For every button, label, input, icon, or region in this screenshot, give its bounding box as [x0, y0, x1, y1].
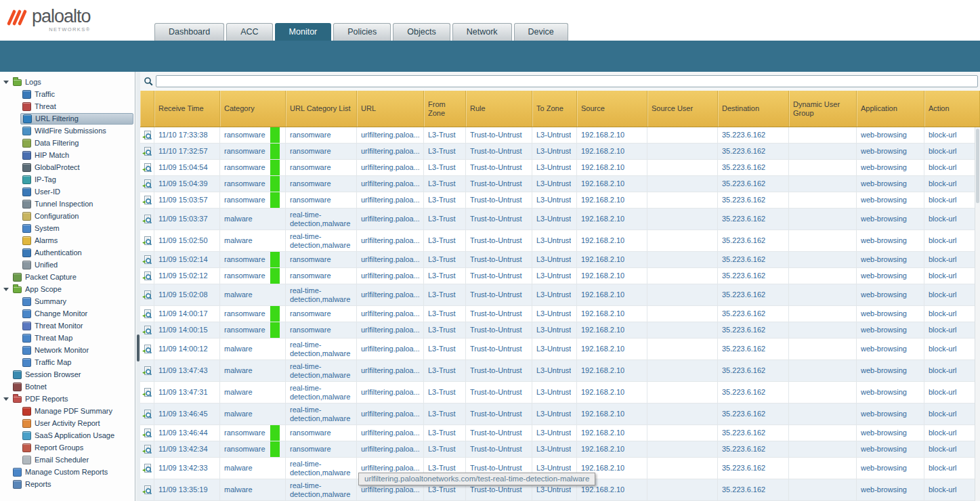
table-row[interactable]: 11/09 14:00:17ransomwareransomwareurlfil…: [140, 306, 980, 322]
sidebar-item-botnet[interactable]: Botnet: [0, 380, 135, 393]
sidebar-item-traffic[interactable]: Traffic: [0, 88, 135, 100]
sidebar-item-manage-pdf-summary[interactable]: Manage PDF Summary: [0, 405, 135, 417]
sidebar-item-globalprotect[interactable]: GlobalProtect: [0, 161, 135, 173]
sidebar-item-configuration[interactable]: Configuration: [0, 210, 135, 222]
log-detail-icon[interactable]: [142, 464, 152, 473]
log-detail-icon[interactable]: [142, 236, 152, 246]
sidebar-item-hip-match[interactable]: HIP Match: [0, 149, 135, 161]
table-row[interactable]: 11/09 15:03:37malwarereal-time-detection…: [140, 209, 980, 230]
log-filter-input[interactable]: [156, 75, 978, 87]
column-header-category[interactable]: Category: [220, 91, 286, 127]
sidebar-item-network-monitor[interactable]: Network Monitor: [0, 344, 135, 356]
sidebar-item-alarms[interactable]: Alarms: [0, 234, 135, 246]
tab-network[interactable]: Network: [452, 23, 512, 41]
sidebar-item-reports[interactable]: Reports: [0, 478, 135, 490]
table-row[interactable]: 11/09 13:46:45malwarereal-time-detection…: [140, 404, 980, 425]
expander-icon[interactable]: [3, 393, 11, 405]
table-row[interactable]: 11/09 15:03:57ransomwareransomwareurlfil…: [140, 192, 980, 209]
log-detail-icon[interactable]: [142, 309, 152, 319]
column-header-application[interactable]: Application: [857, 91, 924, 127]
sidebar-item-app-scope[interactable]: App Scope: [0, 283, 135, 295]
sidebar-item-user-id[interactable]: User-ID: [0, 186, 135, 198]
expander-icon[interactable]: [3, 283, 11, 295]
log-detail-icon[interactable]: [142, 271, 152, 281]
tab-objects[interactable]: Objects: [393, 23, 450, 41]
tab-monitor[interactable]: Monitor: [275, 23, 332, 41]
column-header-action[interactable]: Action: [924, 91, 980, 127]
tab-device[interactable]: Device: [514, 23, 568, 41]
table-row[interactable]: 11/09 13:46:44ransomwareransomwareurlfil…: [140, 425, 980, 441]
log-detail-icon[interactable]: [142, 485, 152, 495]
tab-dashboard[interactable]: Dashboard: [154, 23, 224, 41]
column-header-from_zone[interactable]: From Zone: [424, 91, 466, 127]
sidebar-item-threat[interactable]: Threat: [0, 100, 135, 112]
log-detail-icon[interactable]: [142, 147, 152, 156]
table-row[interactable]: 11/09 15:02:08malwarereal-time-detection…: [140, 284, 980, 306]
log-detail-icon[interactable]: [142, 215, 152, 224]
table-row[interactable]: 11/09 14:00:15ransomwareransomwareurlfil…: [140, 322, 980, 339]
sidebar-item-logs[interactable]: Logs: [0, 76, 135, 88]
table-row[interactable]: 11/09 13:42:34ransomwareransomwareurlfil…: [140, 441, 980, 458]
sidebar-item-session-browser[interactable]: Session Browser: [0, 368, 135, 380]
log-detail-icon[interactable]: [142, 429, 152, 438]
log-detail-icon[interactable]: [142, 196, 152, 205]
column-header-url_category_list[interactable]: URL Category List: [286, 91, 357, 127]
column-header-url[interactable]: URL: [357, 91, 424, 127]
sidebar-item-threat-monitor[interactable]: Threat Monitor: [0, 320, 135, 332]
sidebar-item-tunnel-inspection[interactable]: Tunnel Inspection: [0, 198, 135, 210]
tab-policies[interactable]: Policies: [333, 23, 391, 41]
scrollbar-thumb[interactable]: [976, 129, 979, 203]
log-detail-icon[interactable]: [142, 326, 152, 335]
log-detail-icon[interactable]: [142, 410, 152, 419]
sidebar-item-email-scheduler[interactable]: Email Scheduler: [0, 454, 135, 466]
log-detail-icon[interactable]: [142, 255, 152, 265]
sidebar-item-packet-capture[interactable]: Packet Capture: [0, 271, 135, 283]
column-header-source[interactable]: Source: [577, 91, 647, 127]
column-header-source_user[interactable]: Source User: [647, 91, 718, 127]
vertical-scrollbar[interactable]: [975, 127, 980, 501]
table-row[interactable]: 11/09 15:04:39ransomwareransomwareurlfil…: [140, 176, 980, 192]
sidebar-item-data-filtering[interactable]: Data Filtering: [0, 137, 135, 149]
tab-acc[interactable]: ACC: [226, 23, 272, 41]
column-header-rule[interactable]: Rule: [466, 91, 532, 127]
log-detail-icon[interactable]: [142, 345, 152, 354]
sidebar-item-summary[interactable]: Summary: [0, 295, 135, 307]
table-row[interactable]: 11/09 13:47:43malwarereal-time-detection…: [140, 360, 980, 382]
log-detail-icon[interactable]: [142, 179, 152, 189]
sidebar-item-pdf-reports[interactable]: PDF Reports: [0, 393, 135, 405]
log-detail-icon[interactable]: [142, 366, 152, 376]
column-header-dynamic_user_group[interactable]: Dynamic User Group: [789, 91, 857, 127]
sidebar-item-authentication[interactable]: Authentication: [0, 246, 135, 259]
table-row[interactable]: 11/09 15:02:50malwarereal-time-detection…: [140, 230, 980, 252]
log-detail-icon[interactable]: [142, 388, 152, 397]
sidebar-item-manage-custom-reports[interactable]: Manage Custom Reports: [0, 466, 135, 478]
expander-icon[interactable]: [3, 76, 11, 88]
sidebar-item-system[interactable]: System: [0, 222, 135, 234]
sidebar-item-wildfire-submissions[interactable]: WildFire Submissions: [0, 125, 135, 137]
column-header-receive_time[interactable]: Receive Time: [154, 91, 220, 127]
table-row[interactable]: 11/10 17:32:57ransomwareransomwareurlfil…: [140, 144, 980, 160]
sidebar-item-change-monitor[interactable]: Change Monitor: [0, 307, 135, 320]
column-header-to_zone[interactable]: To Zone: [532, 91, 577, 127]
sidebar-item-url-filtering[interactable]: URL Filtering: [0, 112, 135, 125]
sidebar-item-traffic-map[interactable]: Traffic Map: [0, 356, 135, 368]
table-row[interactable]: 11/09 15:02:14ransomwareransomwareurlfil…: [140, 252, 980, 268]
splitter-handle[interactable]: [137, 334, 140, 362]
sidebar-item-saas-application-usage[interactable]: SaaS Application Usage: [0, 429, 135, 441]
sidebar-item-ip-tag[interactable]: IP-Tag: [0, 173, 135, 186]
log-detail-icon[interactable]: [142, 445, 152, 454]
sidebar-item-unified[interactable]: Unified: [0, 259, 135, 271]
log-detail-icon[interactable]: [142, 131, 152, 140]
column-header-destination[interactable]: Destination: [718, 91, 789, 127]
table-row[interactable]: 11/09 14:00:12malwarereal-time-detection…: [140, 339, 980, 360]
log-detail-icon[interactable]: [142, 163, 152, 173]
table-row[interactable]: 11/10 17:33:38ransomwareransomwareurlfil…: [140, 127, 980, 144]
sidebar-item-threat-map[interactable]: Threat Map: [0, 332, 135, 344]
sidebar-item-user-activity-report[interactable]: User Activity Report: [0, 417, 135, 429]
table-row[interactable]: 11/09 15:02:12ransomwareransomwareurlfil…: [140, 268, 980, 284]
log-detail-icon[interactable]: [142, 290, 152, 300]
table-row[interactable]: 11/09 13:47:31malwarereal-time-detection…: [140, 382, 980, 404]
table-row[interactable]: 11/09 15:04:54ransomwareransomwareurlfil…: [140, 160, 980, 176]
sidebar-item-report-groups[interactable]: Report Groups: [0, 441, 135, 454]
configuration-icon: [22, 212, 31, 221]
